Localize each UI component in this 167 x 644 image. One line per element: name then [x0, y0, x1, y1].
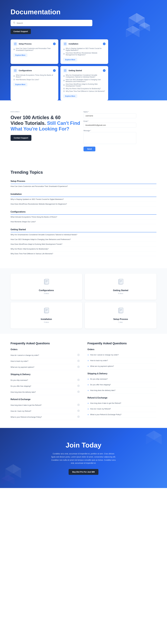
hero-contact-button[interactable]: Contact Support	[10, 29, 31, 34]
doc-card-configurations[interactable]: Configurations 3 docs	[10, 274, 82, 300]
card-badge: i	[53, 69, 56, 72]
topic-group: Configurations What Intricate Ecosystems…	[10, 211, 157, 224]
svg-rect-33	[119, 279, 123, 284]
contact-heading-line1: Over 100 Articles & 60	[10, 115, 61, 120]
faq-category: Shipping & Delivery + Do you ship overse…	[87, 372, 157, 394]
faq-item[interactable]: + Do you offer free shipping?	[87, 382, 157, 388]
faq-item[interactable]: + How long does it take to get the Refun…	[87, 400, 157, 406]
search-bar	[10, 20, 92, 26]
contact-support-button[interactable]: Contact Support	[10, 135, 31, 141]
hero-section: Documentation Contact Support	[0, 0, 167, 100]
explore-button[interactable]: Explore More	[13, 83, 27, 86]
faq-item[interactable]: How do I cancel or change my order?	[10, 352, 80, 358]
faq-expand-icon	[77, 391, 80, 393]
join-button[interactable]: Buy Divi Pro For Just $89	[69, 469, 98, 475]
topic-item[interactable]: What Intricate Ecosystems Thrive Along t…	[10, 214, 157, 220]
faq-item[interactable]: + What are my payment options?	[87, 364, 157, 369]
faq-item[interactable]: Do you ship overseas?	[10, 377, 80, 383]
card-link[interactable]: What Intricate Ecosystems Thrive Along t…	[13, 74, 56, 78]
faq-grid: Frequently Asked Questions Orders How do…	[10, 342, 157, 420]
faq-right-title: Frequently Asked Questions	[87, 342, 157, 345]
message-field[interactable]	[83, 132, 136, 144]
trending-title: Trending Topics	[10, 170, 157, 175]
faq-item[interactable]: How do I track my Refund?	[10, 408, 80, 414]
faq-expand-icon	[77, 366, 80, 368]
topic-group-title: Configurations	[10, 211, 157, 214]
faq-item[interactable]: + Do you ship overseas?	[87, 376, 157, 382]
faq-item[interactable]: What are my payment options?	[10, 364, 80, 370]
topic-item[interactable]: How Can Users Customize and Personalize …	[10, 184, 157, 189]
faq-item[interactable]: Do you offer free shipping?	[10, 383, 80, 389]
join-decoration-left	[0, 462, 26, 488]
doc-card-title: Configurations	[14, 289, 78, 292]
card-badge: i	[53, 42, 56, 45]
faq-item[interactable]: + What is your Refund & Exchange Policy?	[87, 412, 157, 418]
message-form-group: Message *	[83, 130, 136, 144]
faq-item[interactable]: + How long does the delivery take?	[87, 388, 157, 394]
card-header-left: Configurations	[13, 68, 32, 73]
topic-item[interactable]: Why Are Rivers Vital Ecosystems for Biod…	[10, 246, 157, 251]
topic-group: Setup Process How Can Users Customize an…	[10, 180, 157, 189]
topic-item[interactable]: How Does WordPress Adapt to Evolving Web…	[10, 242, 157, 246]
faq-item[interactable]: + How to track my order?	[87, 358, 157, 364]
name-label: Name *	[83, 111, 136, 113]
faq-left-content: Orders How do I cancel or change my orde…	[10, 348, 80, 420]
topic-item[interactable]: How Can SEO Strategies Adapt to Changing…	[10, 237, 157, 242]
card-link[interactable]: How Does WordPress Adapt to Evolving Web…	[63, 83, 106, 87]
topic-item[interactable]: How Does WordPress Revolutionize Website…	[10, 202, 157, 206]
faq-category-title: Refund & Exchange	[87, 396, 157, 399]
topic-item[interactable]: Why Are Smartwatches Considered Versatil…	[10, 232, 157, 237]
doc-card-setup-process[interactable]: Setup Process 1 doc	[85, 302, 157, 328]
card-badge: +	[103, 42, 106, 45]
faq-expand-icon	[77, 379, 80, 382]
faq-item-text: How to track my order?	[90, 360, 108, 362]
faq-left-col: Frequently Asked Questions Orders How do…	[10, 342, 80, 420]
faq-item[interactable]: How long does the delivery take?	[10, 389, 80, 395]
faq-category: Orders + How do I cancel or change my or…	[87, 348, 157, 369]
card-header-left: Setup Process	[13, 42, 31, 46]
card-link[interactable]: Why Does Time Feel Different in Various …	[63, 90, 106, 92]
topic-item[interactable]: How Moments Shape Our Lives?	[10, 220, 157, 224]
faq-bullet-icon: +	[87, 354, 89, 356]
doc-card-getting-started[interactable]: Getting Started 5 docs	[85, 274, 157, 300]
topic-group: Installation Why is Staying Updated on S…	[10, 193, 157, 206]
name-field[interactable]	[83, 113, 136, 118]
card-installation: Installation + Why Is Staying Updated on…	[60, 39, 108, 64]
faq-item[interactable]: How long does it take to get the Refund?	[10, 402, 80, 408]
faq-expand-icon	[77, 354, 80, 356]
faq-item[interactable]: How to track my order?	[10, 358, 80, 364]
card-link[interactable]: How Does WordPress Revolutionize Website…	[63, 52, 106, 56]
doc-card-count: 1 doc	[89, 321, 153, 323]
email-field[interactable]	[83, 123, 136, 128]
contact-heading: Over 100 Articles & 60 Video Tutorials. …	[10, 115, 83, 132]
faq-item[interactable]: + How do I cancel or change my order?	[87, 352, 157, 358]
faq-bullet-icon: +	[87, 384, 89, 386]
faq-item[interactable]: What is your Refund & Exchange Policy?	[10, 414, 80, 420]
join-section: Join Today Curabitur arcu erat, accumsan…	[0, 428, 167, 488]
join-decoration-right	[141, 428, 167, 454]
faq-item[interactable]: + How do I track my Refund?	[87, 406, 157, 412]
card-link[interactable]: How Can SEO Strategies Adapt to Changing…	[63, 79, 106, 82]
explore-button[interactable]: Explore More	[63, 94, 77, 98]
card-link[interactable]: How Can Users Customize and Personalize …	[13, 48, 56, 51]
card-header: Configurations i	[13, 68, 56, 73]
faq-right-col: Frequently Asked Questions Orders + How …	[87, 342, 157, 420]
join-title: Join Today	[10, 441, 157, 449]
svg-line-1	[15, 23, 15, 24]
join-text: Curabitur arcu erat, accumsan id imperdi…	[50, 452, 117, 465]
card-link[interactable]: Why Are Rivers Vital Ecosystems for Biod…	[63, 88, 106, 90]
card-link[interactable]: Why Are Smartwatches Considered Versatil…	[63, 74, 106, 78]
send-button[interactable]: Send	[83, 146, 95, 151]
topic-item[interactable]: Why Does Time Feel Different in Various …	[10, 251, 157, 256]
doc-card-installation[interactable]: Installation 3 docs	[10, 302, 82, 328]
card-link[interactable]: Why Is Staying Updated on SEO Trends Cru…	[63, 48, 106, 51]
card-header: Getting Started +	[63, 68, 106, 73]
search-input[interactable]	[17, 22, 90, 24]
topic-group-title: Getting Started	[10, 228, 157, 232]
topic-item[interactable]: Why is Staying Updated on SEO Trends Cru…	[10, 197, 157, 202]
card-link[interactable]: How Moments Shape Our Lives?	[13, 79, 56, 80]
explore-button[interactable]: Explore More	[63, 58, 77, 62]
explore-button[interactable]: Explore More	[13, 53, 27, 57]
doc-card-count: 3 docs	[14, 292, 78, 294]
faq-expand-icon	[77, 404, 80, 406]
